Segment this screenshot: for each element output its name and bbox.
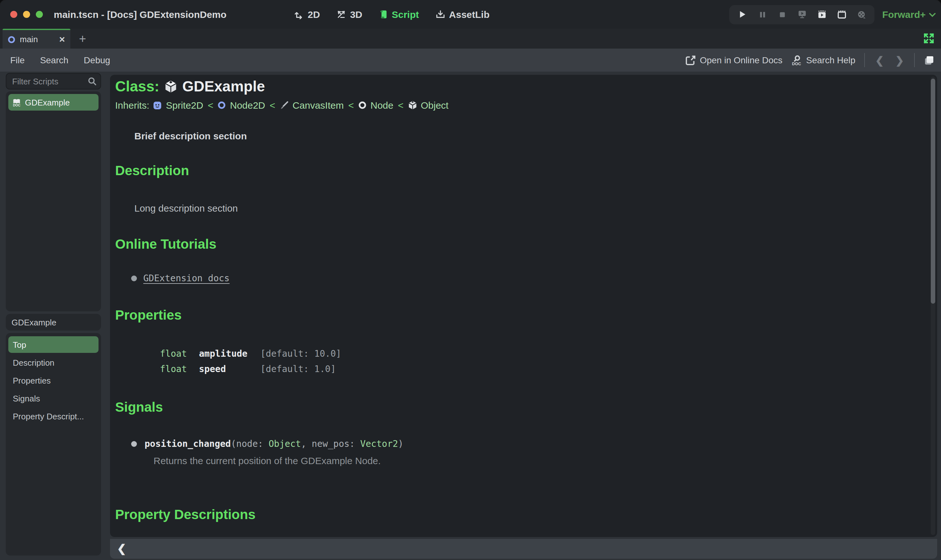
member-item-signals[interactable]: Signals (8, 390, 99, 406)
menu-debug[interactable]: Debug (84, 55, 110, 65)
signal-param-type-link[interactable]: Object (269, 438, 301, 449)
window-title: main.tscn - [Docs] GDExtensionDemo (54, 9, 227, 20)
workspace: DOC GDExample GDExample Top Description … (0, 72, 941, 560)
minimize-window-button[interactable] (23, 11, 30, 18)
play-remote-button[interactable] (797, 9, 807, 19)
scene-tab-main[interactable]: main ✕ (3, 29, 70, 49)
heading-online-tutorials: Online Tutorials (115, 237, 216, 252)
movie-maker-icon[interactable] (856, 9, 866, 19)
tab-2d[interactable]: 2D (294, 9, 320, 20)
menus: File Search Debug (0, 55, 110, 65)
bullet-icon (131, 441, 137, 446)
property-default: [default: 1.0] (260, 364, 336, 374)
godot-editor-window: main.tscn - [Docs] GDExtensionDemo 2D 3D… (0, 0, 941, 560)
bullet-icon (131, 275, 137, 281)
member-item-top[interactable]: Top (8, 336, 99, 353)
signal-description: Returns the current position of the GDEx… (154, 455, 381, 466)
filter-scripts-box (6, 73, 101, 89)
tab-assetlib[interactable]: AssetLib (436, 9, 490, 20)
object-cube-icon (408, 100, 417, 110)
property-row-amplitude: float amplitude [default: 10.0] (160, 348, 341, 358)
doc-book-icon: DOC (12, 98, 21, 106)
menu-search[interactable]: Search (40, 55, 68, 65)
signal-row: position_changed(node: Object, new_pos: … (131, 438, 403, 449)
renderer-selector[interactable]: Forward+ (882, 9, 936, 20)
inherits-link-node2d[interactable]: Node2D (230, 100, 265, 111)
class-label: Class: (115, 78, 159, 95)
inherits-link-canvasitem[interactable]: CanvasItem (293, 100, 344, 111)
filter-scripts-input[interactable] (6, 73, 101, 89)
menu-right: Open in Online Docs DOC Search Help ❮ ❯ (686, 53, 941, 67)
svg-text:DOC: DOC (13, 103, 21, 106)
scripts-list-panel: DOC GDExample (6, 91, 101, 311)
divider (864, 53, 865, 67)
doc-search-icon: DOC (791, 55, 802, 66)
stop-button[interactable] (777, 9, 787, 19)
class-title: Class: GDExample (115, 78, 265, 95)
distraction-free-mode-icon[interactable] (922, 32, 935, 45)
brief-description: Brief description section (134, 131, 247, 141)
play-custom-scene-button[interactable] (837, 9, 846, 19)
tab-script[interactable]: Script (379, 9, 419, 20)
scene-tab-label: main (20, 34, 38, 44)
property-row-speed: float speed [default: 1.0] (160, 364, 336, 374)
property-type-link[interactable]: float (160, 364, 199, 374)
playback-cluster: Forward+ (729, 0, 936, 29)
doc-scrollbar-thumb[interactable] (931, 78, 935, 304)
members-overview-list: Top Description Properties Signals Prope… (6, 333, 101, 555)
history-back-button[interactable]: ❮ (874, 54, 885, 66)
member-item-description[interactable]: Description (8, 354, 99, 371)
node2d-icon (218, 101, 226, 109)
property-type-link[interactable]: float (160, 348, 199, 358)
member-item-properties[interactable]: Properties (8, 372, 99, 389)
node-icon (358, 101, 367, 109)
inherits-link-sprite2d[interactable]: Sprite2D (166, 100, 204, 111)
member-item-property-descriptions[interactable]: Property Descript... (8, 408, 99, 425)
property-name-link[interactable]: speed (199, 364, 260, 374)
menu-file[interactable]: File (10, 55, 25, 65)
search-help-button[interactable]: DOC Search Help (791, 55, 855, 66)
editor-mode-nav: 2D 3D Script AssetLib (294, 0, 490, 29)
collapse-panel-chevron[interactable]: ❮ (117, 542, 126, 555)
close-window-button[interactable] (10, 11, 17, 18)
script-item-gdexample[interactable]: DOC GDExample (8, 94, 99, 111)
inherits-link-node[interactable]: Node (370, 100, 393, 111)
svg-text:DOC: DOC (792, 61, 801, 66)
signal-param-type-link[interactable]: Vector2 (360, 438, 398, 449)
2d-axes-icon (294, 9, 304, 19)
property-name-link[interactable]: amplitude (199, 348, 260, 358)
external-link-icon (686, 55, 695, 65)
scene-tab-strip: main ✕ + (0, 29, 941, 49)
3d-axes-icon (336, 9, 346, 19)
play-scene-button[interactable] (817, 9, 827, 19)
tutorial-item: GDExtension docs (131, 273, 230, 283)
node2d-icon (8, 35, 15, 43)
signal-signature: position_changed(node: Object, new_pos: … (145, 438, 403, 449)
long-description: Long description section (134, 203, 238, 214)
inherits-link-object[interactable]: Object (421, 100, 449, 111)
sprite2d-icon (153, 101, 162, 110)
make-floating-panel-icon[interactable] (924, 55, 935, 66)
gdextension-docs-link[interactable]: GDExtension docs (143, 273, 230, 283)
close-tab-icon[interactable]: ✕ (59, 35, 65, 44)
inherits-line: Inherits: Sprite2D < Node2D < CanvasItem… (115, 100, 449, 111)
object-cube-icon (164, 80, 177, 93)
divider (914, 53, 915, 67)
signal-name: position_changed (145, 438, 231, 449)
script-item-label: GDExample (25, 97, 70, 107)
script-scroll-icon (379, 9, 388, 19)
inherits-label: Inherits: (115, 100, 150, 111)
pause-button[interactable] (757, 9, 767, 19)
assetlib-download-icon (436, 9, 445, 19)
zoom-window-button[interactable] (36, 11, 43, 18)
script-menu-bar: File Search Debug Open in Online Docs DO… (0, 49, 941, 72)
members-overview-header: GDExample (6, 314, 101, 331)
bottom-bar: ❮ (110, 539, 937, 559)
tab-3d[interactable]: 3D (336, 9, 362, 20)
heading-description: Description (115, 163, 189, 178)
history-forward-button[interactable]: ❯ (894, 54, 905, 66)
open-online-docs-button[interactable]: Open in Online Docs (686, 55, 782, 65)
play-button[interactable] (737, 9, 747, 19)
add-scene-tab-button[interactable]: + (75, 30, 90, 47)
canvasitem-brush-icon (280, 101, 289, 110)
